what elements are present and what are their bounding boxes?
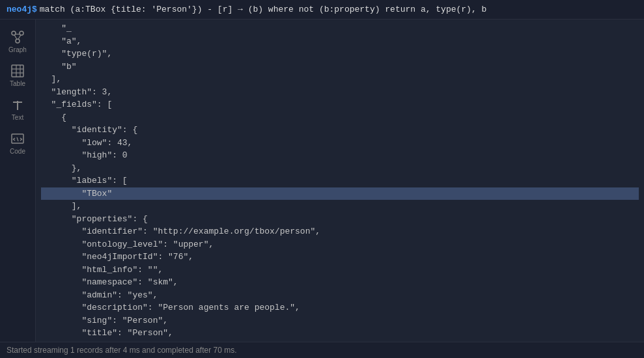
svg-point-2: [16, 39, 20, 43]
table-icon: [10, 64, 25, 78]
svg-point-1: [20, 31, 23, 35]
command-bar: neo4j$ match (a:TBox {title: 'Person'}) …: [0, 0, 644, 20]
command-text: match (a:TBox {title: 'Person'}) - [r] →…: [40, 5, 487, 14]
sidebar-item-code[interactable]: Code: [0, 126, 36, 160]
svg-line-5: [18, 35, 21, 40]
svg-line-14: [17, 137, 18, 141]
content-area: "_ "a", "type(r)", "b" ], "length": 3, "…: [36, 20, 644, 342]
sidebar-code-label: Code: [10, 148, 25, 155]
main-area: Graph Table Text: [0, 20, 644, 342]
sidebar-table-label: Table: [10, 80, 25, 87]
graph-icon: [10, 30, 25, 44]
sidebar: Graph Table Text: [0, 20, 36, 342]
sidebar-item-table[interactable]: Table: [0, 59, 36, 92]
status-bar: Started streaming 1 records after 4 ms a…: [0, 342, 644, 358]
svg-rect-6: [12, 65, 23, 77]
sidebar-graph-label: Graph: [8, 46, 27, 53]
command-prompt: neo4j$: [7, 5, 37, 14]
svg-point-0: [12, 31, 16, 35]
text-icon: [10, 98, 25, 112]
svg-line-4: [14, 35, 17, 40]
code-icon: [10, 131, 25, 146]
status-text: Started streaming 1 records after 4 ms a…: [7, 346, 237, 355]
sidebar-text-label: Text: [12, 114, 23, 121]
sidebar-item-text[interactable]: Text: [0, 92, 36, 126]
code-output[interactable]: "_ "a", "type(r)", "b" ], "length": 3, "…: [36, 20, 644, 342]
sidebar-item-graph[interactable]: Graph: [0, 25, 36, 59]
